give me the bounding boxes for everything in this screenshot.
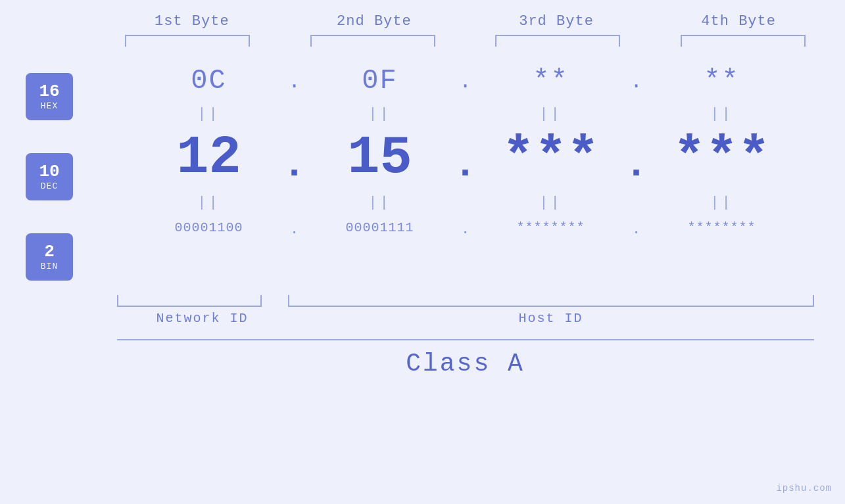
class-bracket-line (117, 339, 814, 340)
dec-row: 12 . 15 . *** . *** (85, 125, 845, 192)
bin-badge: 2 BIN (26, 233, 73, 281)
bin-row: 00001100 . 00001111 . ******** . *******… (85, 214, 845, 241)
network-id-label: Network ID (117, 311, 288, 326)
bracket-1 (125, 35, 250, 47)
watermark: ipshu.com (776, 483, 832, 493)
data-grid: 0C . 0F . ** . ** || || || || 12 (85, 53, 845, 294)
bracket-2 (310, 35, 435, 47)
eq-3: || (479, 103, 623, 125)
dec-dot-3: . (623, 129, 650, 187)
hex-row: 0C . 0F . ** . ** (85, 53, 845, 103)
eq-row-1: || || || || (85, 103, 845, 125)
dec-val-4: *** (650, 125, 794, 192)
eq-b2: || (308, 192, 452, 214)
top-brackets (117, 35, 814, 47)
dec-badge: 10 DEC (26, 153, 73, 200)
byte-header-2: 2nd Byte (302, 13, 447, 30)
eq-b4: || (650, 192, 794, 214)
bracket-4 (681, 35, 806, 47)
dec-val-1: 12 (137, 125, 281, 192)
hex-val-4: ** (650, 53, 794, 103)
eq-b3: || (479, 192, 623, 214)
dec-badge-number: 10 (39, 162, 59, 181)
bin-val-2: 00001111 (308, 214, 452, 241)
hex-badge: 16 HEX (26, 73, 73, 120)
class-row: Class A (117, 339, 814, 378)
hex-val-2: 0F (308, 53, 452, 103)
bin-dot-3: . (623, 217, 650, 237)
bin-dot-2: . (452, 217, 479, 237)
dec-dot-2: . (452, 129, 479, 187)
hex-dot-3: . (623, 63, 650, 94)
dec-val-3: *** (479, 125, 623, 192)
badges-wrapper: 16 HEX 10 DEC 2 BIN (26, 53, 73, 294)
byte-header-4: 4th Byte (666, 13, 811, 30)
main-container: 1st Byte 2nd Byte 3rd Byte 4th Byte 16 H… (0, 0, 845, 504)
bin-dot-1: . (281, 217, 308, 237)
byte-header-3: 3rd Byte (484, 13, 629, 30)
hex-dot-2: . (452, 63, 479, 94)
bin-badge-number: 2 (44, 242, 55, 262)
bottom-brackets (117, 295, 814, 307)
eq-row-2: || || || || (85, 192, 845, 214)
hex-badge-label: HEX (41, 101, 58, 111)
dec-val-2: 15 (308, 125, 452, 192)
hex-dot-1: . (281, 63, 308, 94)
hex-badge-number: 16 (39, 82, 59, 101)
byte-headers: 1st Byte 2nd Byte 3rd Byte 4th Byte (117, 13, 814, 30)
bin-val-1: 00001100 (137, 214, 281, 241)
bin-val-3: ******** (479, 214, 623, 241)
bin-badge-label: BIN (41, 262, 58, 271)
bottom-section: Network ID Host ID (117, 295, 814, 326)
hex-val-1: 0C (137, 53, 281, 103)
network-id-bracket (117, 295, 262, 307)
eq-4: || (650, 103, 794, 125)
class-label: Class A (117, 350, 814, 378)
byte-header-1: 1st Byte (120, 13, 264, 30)
dec-dot-1: . (281, 129, 308, 187)
badges-column: 16 HEX 10 DEC 2 BIN (0, 53, 85, 294)
dec-badge-label: DEC (41, 181, 58, 191)
bottom-labels: Network ID Host ID (117, 311, 814, 326)
eq-2: || (308, 103, 452, 125)
bracket-3 (495, 35, 620, 47)
eq-b1: || (137, 192, 281, 214)
hex-val-3: ** (479, 53, 623, 103)
bin-val-4: ******** (650, 214, 794, 241)
rows-area: 16 HEX 10 DEC 2 BIN 0C . 0F . (0, 53, 845, 294)
host-id-bracket (288, 295, 814, 307)
eq-1: || (137, 103, 281, 125)
host-id-label: Host ID (288, 311, 814, 326)
